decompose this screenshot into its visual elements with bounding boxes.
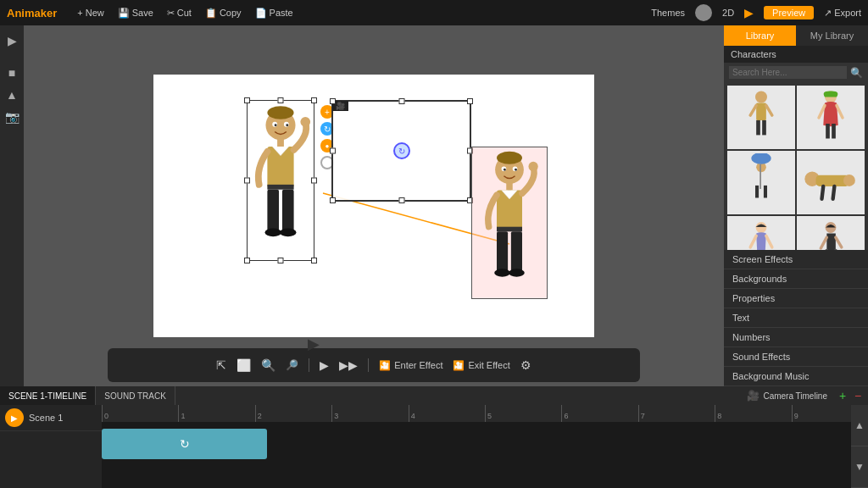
timeline-block[interactable]: ↻ [102,429,267,459]
exit-effect-button[interactable]: 🎦 Exit Effect [453,360,509,371]
char-item-6[interactable] [797,216,865,250]
camera-timeline-button[interactable]: 🎥 Camera Timeline [740,386,834,405]
sound-track-tab[interactable]: SOUND TRACK [96,386,175,405]
mark-3: 3 [331,405,408,422]
text-item[interactable]: Text [724,308,868,328]
my-library-tab[interactable]: My Library [796,25,868,46]
handle-br[interactable] [311,258,317,263]
mark-5: 5 [485,405,561,422]
svg-point-47 [843,175,855,186]
settings-button[interactable]: ⚙ [520,358,531,372]
char-item-5[interactable] [727,216,795,250]
paste-button[interactable]: 📄 Paste [255,8,293,19]
export-button[interactable]: ↗ Export [824,8,861,19]
camera-box[interactable]: 🎥 ↻ [331,100,471,202]
search-button[interactable]: 🔍 [850,67,863,79]
remove-track-button[interactable]: − [849,386,866,405]
cam-handle-ml[interactable] [330,148,336,154]
zoom-in-button[interactable]: 🔍 [261,358,275,372]
canvas-area[interactable]: + ↻ ● [24,25,724,386]
timeline-scroll-buttons: ▲ ▼ [851,405,868,488]
tool3-button[interactable]: ▲ [3,86,20,103]
new-icon: + [77,8,82,18]
svg-point-29 [755,91,767,103]
mark-6: 6 [561,405,637,422]
handle-mr[interactable] [311,178,317,184]
tool4-button[interactable]: 📷 [3,108,20,125]
zoom-out-button[interactable]: 🔎 [286,359,298,371]
cam-handle-bl[interactable] [330,197,336,203]
library-tab[interactable]: Library [724,25,796,46]
svg-point-28 [528,162,537,171]
svg-point-18 [513,166,518,171]
play-button[interactable]: ▶ [320,358,329,372]
scroll-down-button[interactable]: ▼ [851,446,868,488]
copy-button[interactable]: 📋 Copy [205,8,242,19]
svg-rect-9 [267,185,293,190]
copy-icon: 📋 [205,8,217,19]
play-next-button[interactable]: ▶▶ [339,358,358,372]
svg-line-39 [837,105,843,118]
character1-container[interactable]: + ↻ ● [247,100,314,261]
char-item-1[interactable] [727,86,795,149]
tool2-button[interactable]: ■ [3,64,20,81]
char-item-4[interactable] [797,151,865,214]
char-item-2[interactable] [797,86,865,149]
mode-button[interactable]: 2D [722,8,734,18]
timeline-body: ▶ Scene 1 0 1 2 3 4 5 6 7 8 9 [0,405,868,488]
timeline-ruler[interactable]: 0 1 2 3 4 5 6 7 8 9 ↻ ▲ [102,405,868,488]
sound-effects-item[interactable]: Sound Effects [724,347,868,367]
svg-line-34 [766,105,772,115]
cam-handle-tl[interactable] [330,98,336,104]
char-thumbnail-5 [740,219,782,251]
numbers-item[interactable]: Numbers [724,328,868,347]
svg-point-14 [300,117,310,127]
character2-container[interactable] [471,147,548,299]
camera-timeline-icon: 🎥 [747,390,760,402]
scene-play-button[interactable]: ▶ [5,408,24,427]
zoom-fit-button[interactable]: ⇱ [216,358,226,372]
svg-point-3 [272,122,277,127]
handle-bl[interactable] [244,258,250,263]
handle-tl[interactable] [244,97,250,103]
rotate-icon: ↻ [398,147,405,156]
cut-button[interactable]: ✂ Cut [167,8,192,19]
search-input[interactable] [729,66,847,79]
svg-rect-43 [755,185,759,197]
svg-rect-8 [267,147,293,188]
enter-effect-button[interactable]: 🎦 Enter Effect [379,360,442,371]
new-button[interactable]: + New [77,8,103,18]
scene-timeline-tab[interactable]: SCENE 1-TIMELINE [0,386,96,405]
svg-rect-30 [756,103,766,119]
svg-rect-36 [826,124,830,139]
char-thumbnail-6 [810,219,852,251]
char-thumbnail-2 [810,88,852,147]
handle-ml[interactable] [244,178,250,184]
cam-handle-bc[interactable] [398,197,404,203]
screen-effects-item[interactable]: Screen Effects [724,250,868,269]
rotate-handle[interactable]: ↻ [393,142,410,159]
char-item-3[interactable] [727,151,795,214]
cam-handle-tc[interactable] [398,98,404,104]
svg-point-1 [265,110,295,140]
preview-button[interactable]: Preview [764,6,814,19]
handle-tr[interactable] [311,97,317,103]
scroll-up-button[interactable]: ▲ [851,405,868,446]
handle-bc[interactable] [278,258,284,263]
timeline-left: ▶ Scene 1 [0,405,102,488]
background-music-item[interactable]: Background Music [724,367,868,386]
save-button[interactable]: 💾 Save [118,8,153,19]
svg-point-20 [515,169,517,171]
select-tool-button[interactable]: ▶ [3,32,20,49]
add-track-button[interactable]: + [834,386,851,405]
track-area[interactable]: ↻ [102,422,868,488]
backgrounds-item[interactable]: Backgrounds [724,269,868,289]
themes-button[interactable]: Themes [651,8,685,18]
cam-handle-tr[interactable] [467,98,473,104]
handle-tc[interactable] [278,97,284,103]
svg-rect-24 [497,231,508,271]
properties-item[interactable]: Properties [724,289,868,308]
cut-icon: ✂ [167,8,175,19]
zoom-full-button[interactable]: ⬜ [236,358,251,372]
canvas[interactable]: + ↻ ● [153,75,594,337]
